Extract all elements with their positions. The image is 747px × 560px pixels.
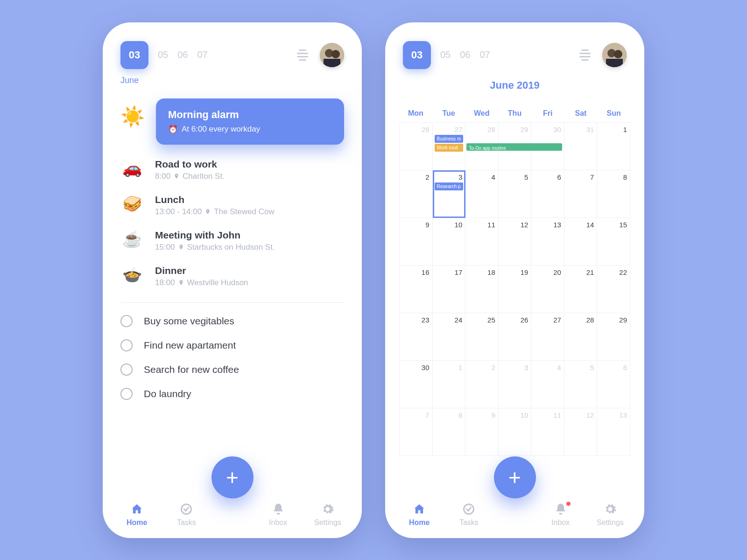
calendar-cell[interactable]: 1 <box>433 361 466 408</box>
day-number: 18 <box>487 268 495 276</box>
list-view-icon[interactable] <box>296 49 310 61</box>
tab-tasks[interactable]: Tasks <box>165 503 207 527</box>
todo-row[interactable]: Find new apartament <box>120 339 344 351</box>
day-option[interactable]: 06 <box>460 49 470 60</box>
tab-home[interactable]: Home <box>398 503 440 527</box>
calendar-cell[interactable]: 19 <box>499 266 532 313</box>
calendar-cell[interactable]: 6 <box>531 170 564 218</box>
calendar-cell[interactable]: 1 <box>597 123 630 170</box>
tab-home[interactable]: Home <box>116 503 158 527</box>
list-view-icon[interactable] <box>578 49 592 61</box>
calendar-cell[interactable]: 6 <box>597 361 630 408</box>
calendar-cell[interactable]: 13 <box>597 408 630 456</box>
todo-row[interactable]: Do laundry <box>120 388 344 400</box>
tab-settings[interactable]: Settings <box>307 503 349 527</box>
calendar-cell[interactable]: 12 <box>564 408 598 456</box>
event-row[interactable]: 🍲Dinner18:00 Westville Hudson <box>120 265 344 287</box>
calendar-cell[interactable]: 7 <box>564 170 598 218</box>
calendar-cell[interactable]: 3Research p <box>433 170 466 218</box>
calendar-cell[interactable]: 7 <box>400 408 433 456</box>
tab-inbox[interactable]: Inbox <box>540 503 582 527</box>
day-option[interactable]: 06 <box>177 49 188 60</box>
calendar-cell[interactable]: 11 <box>465 218 499 266</box>
calendar-cell[interactable]: 16 <box>400 266 433 313</box>
date-scroller[interactable]: 03 05 06 07 <box>120 41 208 69</box>
calendar-cell[interactable]: 21 <box>564 266 598 313</box>
calendar-cell[interactable]: 4 <box>465 170 499 218</box>
cal-event[interactable]: To-Do app routine <box>466 143 562 151</box>
alarm-card[interactable]: Morning alarm ⏰ At 6:00 every workday <box>156 98 344 145</box>
calendar-cell[interactable]: 9 <box>400 218 433 266</box>
calendar-cell[interactable]: 12 <box>499 218 532 266</box>
calendar-cell[interactable]: 20 <box>531 266 564 313</box>
add-button[interactable]: + <box>211 456 254 498</box>
add-button[interactable]: + <box>494 456 536 498</box>
calendar-cell[interactable]: 27Business mWork routi <box>433 123 466 170</box>
calendar-cell[interactable]: 5 <box>499 170 532 218</box>
calendar-cell[interactable]: 2 <box>465 361 499 408</box>
cal-event[interactable]: Research p <box>435 182 464 190</box>
calendar-cell[interactable]: 30 <box>400 361 433 408</box>
calendar-cell[interactable]: 17 <box>433 266 466 313</box>
calendar-cell[interactable]: 24 <box>433 313 466 361</box>
tab-inbox[interactable]: Inbox <box>257 503 299 527</box>
todo-checkbox[interactable] <box>120 315 133 327</box>
calendar-cell[interactable]: 29 <box>597 313 630 361</box>
calendar-weekdays: MonTueWedThuFriSatSun <box>399 105 630 122</box>
calendar-cell[interactable]: 11 <box>531 408 564 456</box>
calendar-cell[interactable]: 2 <box>400 170 433 218</box>
calendar-cell[interactable]: 26 <box>499 313 532 361</box>
event-row[interactable]: ☕Meeting with John15:00 Starbucks on Hud… <box>120 230 344 252</box>
calendar-cell[interactable]: 15 <box>597 218 630 266</box>
calendar-cell[interactable]: 14 <box>564 218 598 266</box>
calendar-cell[interactable]: 26 <box>400 123 433 170</box>
calendar-cell[interactable]: 27 <box>531 313 564 361</box>
calendar-cell[interactable]: 23 <box>400 313 433 361</box>
day-option[interactable]: 05 <box>440 49 451 60</box>
calendar-cell[interactable]: 9 <box>465 408 499 456</box>
day-option[interactable]: 07 <box>197 49 208 60</box>
calendar-cell[interactable]: 8 <box>597 170 630 218</box>
tab-label: Settings <box>314 518 341 527</box>
cal-event[interactable]: Work routi <box>435 144 464 152</box>
todo-text: Do laundry <box>144 388 191 399</box>
day-number: 22 <box>619 268 627 276</box>
selected-day-chip[interactable]: 03 <box>120 41 148 69</box>
date-scroller[interactable]: 03 05 06 07 <box>403 41 490 69</box>
calendar-cell[interactable]: 3 <box>499 361 532 408</box>
event-row[interactable]: 🚗Road to work8:00 Charlton St. <box>120 159 344 181</box>
calendar-cell[interactable]: 25 <box>465 313 499 361</box>
event-place: The Stewed Cow <box>214 207 274 217</box>
day-number: 7 <box>425 411 429 419</box>
event-row[interactable]: 🥪Lunch13:00 - 14:00 The Stewed Cow <box>120 194 344 217</box>
event-time: 18:00 <box>155 278 175 287</box>
avatar[interactable] <box>320 43 344 67</box>
calendar-cell[interactable]: 13 <box>531 218 564 266</box>
day-option[interactable]: 07 <box>480 49 490 60</box>
tab-tasks[interactable]: Tasks <box>448 503 490 527</box>
day-option[interactable]: 05 <box>158 49 168 60</box>
cal-event[interactable]: Business m <box>435 135 464 143</box>
avatar[interactable] <box>602 43 627 67</box>
todo-row[interactable]: Buy some vegitables <box>120 315 344 327</box>
calendar-cell[interactable]: 10 <box>499 408 532 456</box>
calendar-cell[interactable]: 22 <box>597 266 630 313</box>
todo-row[interactable]: Search for new coffee <box>120 364 344 376</box>
bell-icon <box>272 503 285 516</box>
calendar-cell[interactable]: 18 <box>465 266 499 313</box>
todo-checkbox[interactable] <box>120 388 133 400</box>
tab-settings[interactable]: Settings <box>589 503 631 527</box>
todo-checkbox[interactable] <box>120 339 133 351</box>
day-number: 9 <box>491 411 495 419</box>
calendar-cell[interactable]: 28 <box>564 313 598 361</box>
calendar-cell[interactable]: 5 <box>564 361 598 408</box>
selected-day-chip[interactable]: 03 <box>403 41 431 69</box>
day-number: 6 <box>623 364 627 371</box>
calendar-cell[interactable]: 28To-Do app routine <box>465 123 499 170</box>
day-number: 2 <box>425 173 429 181</box>
calendar-cell[interactable]: 31 <box>564 123 598 170</box>
calendar-cell[interactable]: 8 <box>433 408 466 456</box>
calendar-cell[interactable]: 4 <box>531 361 564 408</box>
todo-checkbox[interactable] <box>120 364 133 376</box>
calendar-cell[interactable]: 10 <box>433 218 466 266</box>
